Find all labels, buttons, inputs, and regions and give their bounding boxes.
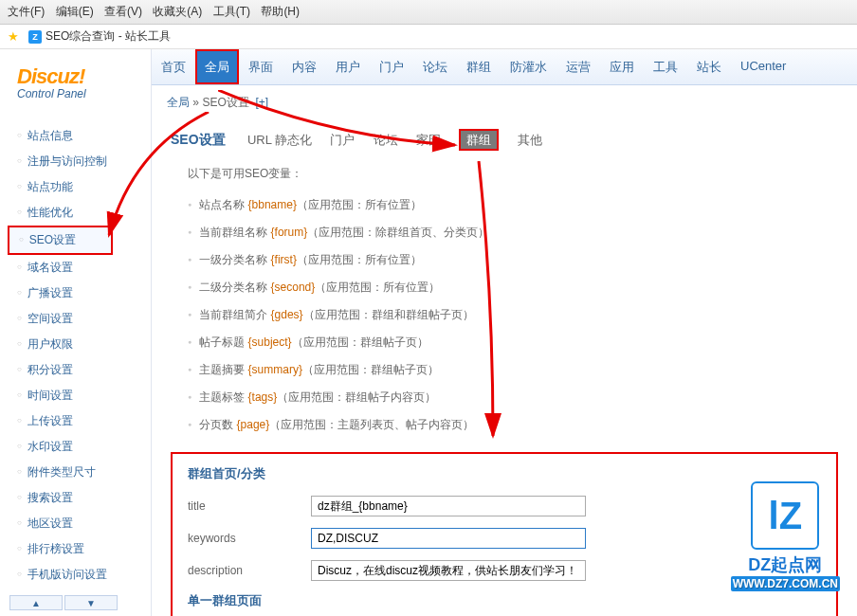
- subnav-urlstatic[interactable]: URL 静态化: [247, 133, 312, 147]
- nav-interface[interactable]: 界面: [239, 49, 283, 84]
- var-subject: 帖子标题 {subject}（应用范围：群组帖子页）: [188, 329, 838, 356]
- nav-user[interactable]: 用户: [326, 49, 370, 84]
- menu-file[interactable]: 文件(F): [8, 5, 45, 18]
- var-bbname: 站点名称 {bbname}（应用范围：所有位置）: [188, 191, 838, 219]
- watermark-logo-icon: lZ: [751, 481, 819, 550]
- sidebar-item-watermark[interactable]: 水印设置: [17, 434, 151, 460]
- sidebar-item-userperm[interactable]: 用户权限: [17, 332, 151, 357]
- favorites-star-icon[interactable]: [8, 29, 23, 45]
- sidebar-item-seo[interactable]: SEO设置: [8, 226, 113, 255]
- breadcrumb-global[interactable]: 全局: [167, 96, 190, 109]
- var-summary: 主题摘要 {summary}（应用范围：群组帖子页）: [188, 356, 838, 384]
- sidebar-item-upload[interactable]: 上传设置: [17, 408, 151, 434]
- watermark-url: WWW.DZ7.COM.CN: [731, 576, 840, 591]
- nav-group[interactable]: 群组: [457, 49, 501, 84]
- subnav-other[interactable]: 其他: [518, 133, 542, 147]
- nav-home[interactable]: 首页: [152, 49, 195, 84]
- sidebar: Discuz! Control Panel 站点信息 注册与访问控制 站点功能 …: [0, 49, 152, 616]
- nav-antispam[interactable]: 防灌水: [501, 49, 556, 84]
- logo-subtitle: Control Panel: [17, 87, 151, 100]
- label-keywords: keywords: [188, 532, 311, 545]
- nav-ucenter[interactable]: UCenter: [731, 49, 795, 84]
- watermark: lZ DZ起点网 WWW.DZ7.COM.CN: [731, 481, 840, 591]
- var-tags: 主题标签 {tags}（应用范围：群组帖子内容页）: [188, 384, 838, 411]
- sidebar-item-sitefunc[interactable]: 站点功能: [17, 174, 151, 200]
- label-description: description: [188, 564, 311, 577]
- menu-tools[interactable]: 工具(T): [213, 5, 250, 18]
- sidebar-item-region[interactable]: 地区设置: [17, 511, 151, 536]
- menu-help[interactable]: 帮助(H): [261, 5, 300, 18]
- input-keywords[interactable]: [311, 528, 586, 549]
- var-forum: 当前群组名称 {forum}（应用范围：除群组首页、分类页）: [188, 219, 838, 246]
- collapse-up-button[interactable]: ▲: [9, 595, 63, 610]
- sidebar-item-domain[interactable]: 域名设置: [17, 255, 151, 281]
- nav-operation[interactable]: 运营: [556, 49, 600, 84]
- input-title[interactable]: [311, 496, 586, 516]
- form-section2-title: 单一群组页面: [188, 592, 821, 609]
- nav-content[interactable]: 内容: [283, 49, 326, 84]
- sidebar-item-rank[interactable]: 排行榜设置: [17, 536, 151, 562]
- nav-global[interactable]: 全局: [195, 49, 239, 84]
- menu-edit[interactable]: 编辑(E): [56, 5, 94, 18]
- nav-webmaster[interactable]: 站长: [687, 49, 731, 84]
- menu-favorites[interactable]: 收藏夹(A): [153, 5, 202, 18]
- label-title: title: [188, 499, 311, 513]
- breadcrumb: 全局 » SEO设置 [+]: [152, 85, 857, 120]
- variable-list: 站点名称 {bbname}（应用范围：所有位置） 当前群组名称 {forum}（…: [188, 191, 838, 439]
- subnav-portal[interactable]: 门户: [330, 133, 355, 147]
- sidebar-item-space[interactable]: 空间设置: [17, 306, 151, 332]
- breadcrumb-seo: SEO设置: [202, 96, 248, 109]
- collapse-down-button[interactable]: ▼: [64, 595, 118, 610]
- form-section1-title: 群组首页/分类: [188, 465, 821, 482]
- top-nav: 首页 全局 界面 内容 用户 门户 论坛 群组 防灌水 运营 应用 工具 站长 …: [152, 49, 857, 85]
- sidebar-item-time[interactable]: 时间设置: [17, 383, 151, 408]
- watermark-title: DZ起点网: [731, 553, 840, 576]
- bookmark-bar: Z SEO综合查询 - 站长工具: [0, 25, 857, 49]
- sidebar-item-siteinfo[interactable]: 站点信息: [17, 123, 151, 149]
- sidebar-item-credits[interactable]: 积分设置: [17, 357, 151, 383]
- menu-view[interactable]: 查看(V): [104, 5, 142, 18]
- sidebar-item-broadcast[interactable]: 广播设置: [17, 281, 151, 306]
- subnav-group[interactable]: 群组: [459, 129, 499, 151]
- browser-menu-bar: 文件(F) 编辑(E) 查看(V) 收藏夹(A) 工具(T) 帮助(H): [0, 0, 857, 25]
- var-second: 二级分类名称 {second}（应用范围：所有位置）: [188, 274, 838, 301]
- sidebar-item-search[interactable]: 搜索设置: [17, 485, 151, 511]
- bookmark-title[interactable]: SEO综合查询 - 站长工具: [46, 28, 171, 45]
- site-icon: Z: [28, 30, 42, 44]
- subnav-forum[interactable]: 论坛: [374, 133, 398, 147]
- nav-app[interactable]: 应用: [600, 49, 644, 84]
- sidebar-item-performance[interactable]: 性能优化: [17, 200, 151, 226]
- logo: Discuz!: [17, 64, 151, 89]
- sidebar-menu: 站点信息 注册与访问控制 站点功能 性能优化 SEO设置 域名设置 广播设置 空…: [17, 123, 151, 588]
- sidebar-item-mobile[interactable]: 手机版访问设置: [17, 562, 151, 588]
- subnav-title: SEO设置: [171, 132, 226, 147]
- sidebar-item-attachment[interactable]: 附件类型尺寸: [17, 460, 151, 485]
- var-first: 一级分类名称 {first}（应用范围：所有位置）: [188, 246, 838, 274]
- var-gdes: 当前群组简介 {gdes}（应用范围：群组和群组帖子页）: [188, 301, 838, 329]
- nav-portal[interactable]: 门户: [370, 49, 413, 84]
- subnav-home[interactable]: 家园: [416, 133, 441, 147]
- sidebar-item-register[interactable]: 注册与访问控制: [17, 149, 151, 174]
- intro-text: 以下是可用SEO变量：: [188, 166, 838, 182]
- breadcrumb-plus[interactable]: [+]: [255, 96, 268, 109]
- input-description[interactable]: [311, 560, 586, 581]
- nav-forum[interactable]: 论坛: [413, 49, 457, 84]
- sub-nav: SEO设置 URL 静态化 门户 论坛 家园 群组 其他: [171, 128, 838, 160]
- var-page: 分页数 {page}（应用范围：主题列表页、帖子内容页）: [188, 411, 838, 439]
- nav-tools[interactable]: 工具: [644, 49, 687, 84]
